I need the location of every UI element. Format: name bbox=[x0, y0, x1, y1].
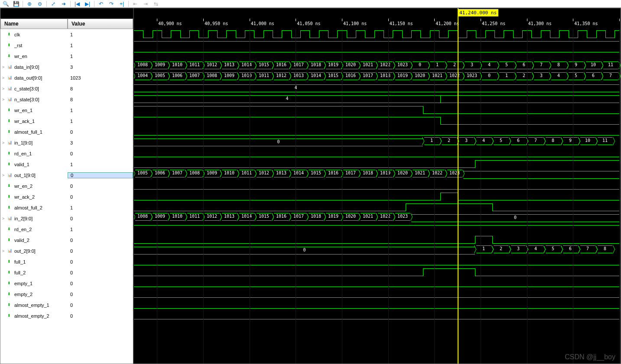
prev-edge-icon[interactable]: ⇤ bbox=[131, 1, 139, 7]
signal-row[interactable]: ⬍wr_en_11 bbox=[0, 105, 133, 116]
wave-row[interactable]: 4 bbox=[134, 94, 621, 105]
wave-row[interactable] bbox=[134, 278, 621, 289]
name-header[interactable]: Name bbox=[0, 19, 68, 29]
zoom-in-icon[interactable]: ⊕ bbox=[26, 1, 33, 7]
wave-row[interactable]: 1004100510061007100810091010101110121013… bbox=[134, 72, 621, 83]
signal-row[interactable]: ⬍valid_20 bbox=[0, 235, 133, 245]
expand-icon[interactable]: > bbox=[2, 216, 7, 221]
signal-row[interactable]: ⬍wr_en1 bbox=[0, 51, 133, 61]
wave-row[interactable] bbox=[134, 235, 621, 245]
signal-row[interactable]: ⬍empty_10 bbox=[0, 278, 133, 289]
signal-value: 1 bbox=[68, 43, 133, 48]
signal-row[interactable]: >📊out_1[9:0]0 bbox=[0, 170, 133, 180]
signal-type-icon: ⬍ bbox=[7, 119, 13, 124]
save-icon[interactable]: 💾 bbox=[12, 1, 20, 7]
last-icon[interactable]: ▶| bbox=[84, 1, 91, 7]
signal-row[interactable]: ⬍almost_empty_20 bbox=[0, 310, 133, 321]
value-header[interactable]: Value bbox=[68, 19, 133, 29]
step-fwd-icon[interactable]: ↷ bbox=[107, 1, 115, 7]
signal-row[interactable]: >📊in_1[9:0]3 bbox=[0, 137, 133, 148]
signal-row[interactable]: ⬍valid_11 bbox=[0, 159, 133, 170]
wave-row[interactable] bbox=[134, 29, 621, 40]
wave-row[interactable] bbox=[134, 300, 621, 310]
wave-panel[interactable]: 41,240.000 ns 40,900 ns40,950 ns41,000 n… bbox=[134, 8, 621, 364]
signal-row[interactable]: ⬍wr_en_20 bbox=[0, 180, 133, 191]
signal-row[interactable]: >📊data_in[9:0]3 bbox=[0, 61, 133, 72]
signal-type-icon: ⬍ bbox=[7, 32, 13, 37]
wave-row[interactable]: 1005100610071008100910101011101210131014… bbox=[134, 170, 621, 180]
wave-row[interactable] bbox=[134, 148, 621, 159]
signal-panel: Name Value ⬍clk1 ⬍_rst1 ⬍wr_en1>📊data_in… bbox=[0, 8, 134, 364]
wave-row[interactable] bbox=[134, 224, 621, 235]
signal-type-icon: ⬍ bbox=[7, 205, 13, 210]
signal-name: n_state[3:0] bbox=[14, 97, 39, 102]
search-icon[interactable]: 🔍 bbox=[2, 1, 10, 7]
wave-row[interactable] bbox=[134, 105, 621, 116]
signal-name: _rst bbox=[14, 43, 22, 48]
signal-row[interactable]: ⬍full_20 bbox=[0, 267, 133, 278]
signal-row[interactable]: ⬍clk1 bbox=[0, 29, 133, 40]
wave-row[interactable] bbox=[134, 180, 621, 191]
signal-row[interactable]: >📊n_state[3:0]8 bbox=[0, 94, 133, 105]
expand-icon[interactable]: > bbox=[2, 141, 7, 145]
expand-icon[interactable]: > bbox=[2, 173, 7, 177]
expand-icon[interactable]: > bbox=[2, 97, 7, 102]
wave-row[interactable] bbox=[134, 310, 621, 321]
signal-type-icon: 📊 bbox=[7, 64, 13, 70]
signal-row[interactable]: ⬍wr_ack_20 bbox=[0, 191, 133, 202]
cursor-time[interactable]: 41,240.000 ns bbox=[458, 9, 498, 16]
signal-row[interactable]: >📊out_2[9:0]0 bbox=[0, 245, 133, 256]
wave-row[interactable]: 012345678 bbox=[134, 245, 621, 256]
cursor-line[interactable] bbox=[458, 8, 458, 364]
wave-row[interactable]: 1008100910101011101210131014101510161017… bbox=[134, 61, 621, 72]
add-marker-icon[interactable]: +| bbox=[118, 1, 126, 7]
signal-row[interactable]: >📊data_out[9:0]1023 bbox=[0, 72, 133, 83]
signal-name: c_state[3:0] bbox=[14, 86, 39, 91]
signal-type-icon: ⬍ bbox=[7, 227, 13, 232]
wave-row[interactable] bbox=[134, 267, 621, 278]
signal-row[interactable]: >📊in_2[9:0]0 bbox=[0, 213, 133, 224]
wave-row[interactable] bbox=[134, 256, 621, 267]
signal-name: almost_full_1 bbox=[14, 129, 42, 135]
step-back-icon[interactable]: ↶ bbox=[97, 1, 105, 7]
wave-row[interactable] bbox=[134, 202, 621, 213]
signal-name: wr_en bbox=[14, 54, 27, 59]
wave-row[interactable]: 1008100910101011101210131014101510161017… bbox=[134, 213, 621, 224]
wave-row[interactable] bbox=[134, 289, 621, 300]
wave-row[interactable] bbox=[134, 126, 621, 137]
signal-row[interactable]: ⬍almost_full_10 bbox=[0, 126, 133, 137]
wave-row[interactable] bbox=[134, 116, 621, 126]
signal-row[interactable]: ⬍empty_20 bbox=[0, 289, 133, 300]
goto-icon[interactable]: ➜ bbox=[60, 1, 68, 7]
signal-row[interactable]: ⬍almost_full_21 bbox=[0, 202, 133, 213]
signal-type-icon: ⬍ bbox=[7, 54, 13, 59]
expand-icon[interactable]: > bbox=[2, 249, 7, 253]
time-ruler[interactable]: 40,900 ns40,950 ns41,000 ns41,050 ns41,1… bbox=[134, 19, 621, 29]
expand-icon[interactable]: > bbox=[2, 65, 7, 69]
zoom-out-icon[interactable]: ⊖ bbox=[36, 1, 44, 7]
signal-row[interactable]: ⬍full_10 bbox=[0, 256, 133, 267]
wave-row[interactable] bbox=[134, 191, 621, 202]
next-edge-icon[interactable]: ⇥ bbox=[142, 1, 150, 7]
wave-row[interactable] bbox=[134, 40, 621, 51]
signal-row[interactable]: ⬍rd_en_10 bbox=[0, 148, 133, 159]
signal-row[interactable]: ⬍rd_en_21 bbox=[0, 224, 133, 235]
wave-row[interactable]: 4 bbox=[134, 83, 621, 94]
signal-value: 3 bbox=[68, 64, 133, 70]
signal-name: empty_1 bbox=[14, 281, 33, 286]
expand-icon[interactable]: > bbox=[2, 76, 7, 80]
signal-name: wr_ack_1 bbox=[14, 119, 35, 124]
swap-icon[interactable]: ⇆ bbox=[152, 1, 160, 7]
signal-row[interactable]: ⬍wr_ack_11 bbox=[0, 116, 133, 126]
first-icon[interactable]: |◀ bbox=[73, 1, 81, 7]
expand-icon[interactable]: > bbox=[2, 87, 7, 91]
signal-row[interactable]: >📊c_state[3:0]8 bbox=[0, 83, 133, 94]
signal-row[interactable]: ⬍_rst1 bbox=[0, 40, 133, 51]
fit-icon[interactable]: ⤢ bbox=[49, 1, 57, 7]
wave-row[interactable] bbox=[134, 51, 621, 61]
wave-row[interactable] bbox=[134, 159, 621, 170]
wave-row[interactable]: 01234567891011 bbox=[134, 137, 621, 148]
signal-value: 0 bbox=[68, 216, 133, 221]
signal-list[interactable]: ⬍clk1 ⬍_rst1 ⬍wr_en1>📊data_in[9:0]3>📊dat… bbox=[0, 29, 133, 364]
signal-row[interactable]: ⬍almost_empty_10 bbox=[0, 300, 133, 310]
